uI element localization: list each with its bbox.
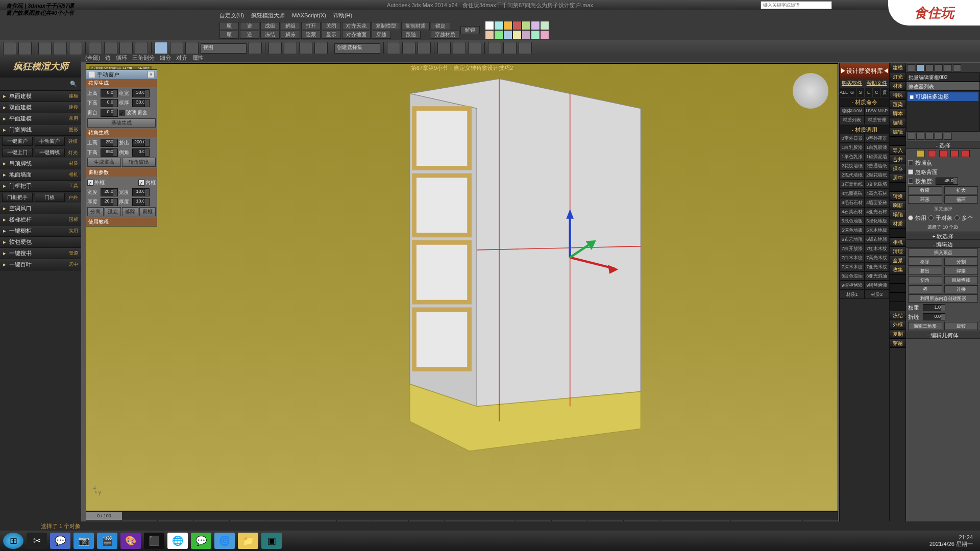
color-swatch[interactable] — [522, 21, 531, 30]
plugin-search[interactable]: 🔍 — [0, 78, 81, 91]
vertex-icon[interactable] — [917, 150, 925, 157]
btn-basic-gen[interactable]: 基础生成 — [87, 118, 156, 128]
spin-it[interactable]: 10.0 — [132, 198, 150, 206]
link-help[interactable]: 帮助文件 — [865, 79, 890, 88]
spin-frame-t[interactable]: 30.0 — [132, 99, 150, 107]
material-btn[interactable]: 8白色混油 — [840, 271, 865, 281]
ribbon-tab-edge[interactable]: 边 — [105, 54, 111, 62]
time-slider[interactable]: 0 / 100 — [86, 511, 838, 520]
category-btn[interactable]: 材质 — [890, 82, 905, 91]
sidebar-btn[interactable]: 门板 — [35, 193, 65, 202]
section-tutorial[interactable]: 使用教程 — [86, 218, 157, 226]
radio-multi[interactable] — [954, 215, 960, 220]
category-btn[interactable]: 相机 — [890, 238, 905, 247]
rollout-soft[interactable]: + 软选择 — [906, 232, 980, 240]
material-btn[interactable]: 0室外日景 — [840, 134, 865, 143]
mat-cmd-btn[interactable]: 材质管理 — [865, 115, 890, 124]
btn-hide[interactable]: 隐藏 — [301, 31, 321, 39]
category-btn[interactable]: 收集 — [890, 265, 905, 274]
sidebar-item[interactable]: ▸一键百叶居中 — [0, 259, 81, 270]
material-btn[interactable]: 0室外夜景 — [865, 134, 890, 143]
material-btn[interactable]: 8亚光混油 — [865, 271, 890, 281]
btn-insert-vertex[interactable]: 插入顶点 — [908, 248, 978, 257]
btn-lock[interactable]: 锁定 — [431, 22, 450, 30]
category-btn[interactable]: 导入 — [890, 146, 905, 155]
modifier-item[interactable]: ◼ 可编辑多边形 — [908, 92, 978, 101]
link-icon[interactable] — [38, 42, 52, 55]
category-btn[interactable]: 穿越 — [890, 339, 905, 348]
btn-unlock[interactable]: 解锁 — [460, 26, 480, 34]
btn-detach[interactable]: 分离 — [87, 207, 104, 216]
chk-by-vertex[interactable] — [908, 160, 913, 165]
btn-edit-tri[interactable]: 编辑三角形 — [908, 322, 942, 330]
btn-cw[interactable]: 顺 — [219, 22, 239, 30]
color-swatch[interactable] — [494, 30, 503, 39]
mat-cmd-btn[interactable]: UVW MAP — [865, 106, 890, 115]
btn-extrude[interactable]: 挤出 — [908, 267, 942, 275]
taskbar-app-6[interactable]: ⬛ — [144, 533, 164, 549]
panel-titlebar[interactable]: ⬜ 手动窗户 × — [86, 70, 157, 79]
modify-tab-icon[interactable] — [916, 64, 924, 71]
btn-remove-e[interactable]: 移除 — [908, 258, 942, 266]
color-swatch[interactable] — [522, 30, 531, 39]
material-btn[interactable]: 1白乳胶漆 — [865, 143, 890, 152]
btn-weld[interactable]: 焊接 — [944, 267, 978, 275]
btn-split[interactable]: 分割 — [944, 258, 978, 266]
material-btn[interactable]: 7红木木纹 — [865, 244, 890, 253]
color-swatch[interactable] — [494, 21, 503, 30]
taskbar-app-4[interactable]: 🎬 — [97, 533, 117, 549]
chk-ignore-back[interactable]: ✓ — [908, 169, 913, 174]
btn-open[interactable]: 打开 — [301, 22, 321, 30]
sec-mat-cmd[interactable]: - 材质命令 — [840, 97, 889, 106]
btn-ungroup[interactable]: 解组 — [281, 22, 300, 30]
ribbon-tab-tri[interactable]: 三角剖分 — [132, 54, 155, 62]
taskbar-explorer[interactable]: 📁 — [238, 533, 258, 549]
rollout-selection[interactable]: - 选择 — [906, 141, 980, 149]
category-btn[interactable]: 灯光 — [890, 72, 905, 82]
btn-align-ceil[interactable]: 对齐天花 — [342, 22, 371, 30]
sidebar-item[interactable]: ▸吊顶脚线材质 — [0, 158, 81, 169]
material-btn[interactable]: 5深色地板 — [840, 226, 865, 235]
btn-grow[interactable]: 扩大 — [944, 186, 978, 194]
taskbar-app-1[interactable]: ✂ — [27, 533, 47, 549]
category-btn[interactable]: 全景 — [890, 256, 905, 265]
redo-icon[interactable] — [18, 42, 32, 55]
filter-tab[interactable]: S — [856, 88, 865, 97]
color-swatch[interactable] — [531, 21, 540, 30]
rollout-edit-edge[interactable]: - 编辑边 — [906, 240, 980, 248]
section-corner[interactable]: 转角生成 — [86, 129, 157, 137]
btn-target-weld[interactable]: 目标焊接 — [944, 276, 978, 284]
filter-tab[interactable]: L — [865, 88, 873, 97]
sidebar-btn[interactable]: 一键脚线 — [35, 148, 65, 157]
material-btn[interactable]: 3文化砖墙 — [865, 180, 890, 189]
category-btn[interactable]: 保存 — [890, 164, 905, 173]
category-btn[interactable]: 建模 — [890, 63, 905, 72]
viewport-perspective[interactable]: [+][透视][明暗处理 + 边面] 第67章第9小节：自定义转角窗设计技巧2 … — [86, 63, 838, 511]
sidebar-item[interactable]: ▸单面建模建模 — [0, 91, 81, 102]
btn-bridge[interactable]: 桥 — [908, 285, 942, 293]
material-btn[interactable]: 3石膏角线 — [840, 180, 865, 189]
undo-icon[interactable] — [3, 42, 16, 55]
edge-icon[interactable] — [928, 150, 936, 157]
category-btn[interactable]: 编辑 — [890, 118, 905, 128]
sidebar-item[interactable]: ▸软包硬包 — [0, 237, 81, 248]
spin-top-h[interactable]: 0.0 — [101, 89, 118, 97]
ribbon-tab-all[interactable]: (全部) — [85, 54, 100, 62]
ribbon-tab-loop[interactable]: 循环 — [116, 54, 127, 62]
sidebar-item[interactable]: ▸一键橱柜实用 — [0, 226, 81, 237]
spin-bot-h[interactable]: 0.0 — [101, 99, 118, 107]
color-swatch[interactable] — [485, 21, 494, 30]
material-btn[interactable]: 1白乳胶漆 — [840, 143, 865, 152]
btn-gen-height[interactable]: 生成窗高 — [87, 158, 121, 167]
btn-remove[interactable]: 移除 — [122, 207, 138, 216]
spin-crease[interactable]: 0.0 — [923, 313, 945, 320]
display-tab-icon[interactable] — [944, 64, 952, 71]
material-btn[interactable]: 4墙面瓷砖 — [865, 198, 890, 207]
btn-create-shape[interactable]: 利用所选内容创建图形 — [908, 294, 978, 303]
radio-subobj[interactable] — [928, 215, 934, 220]
btn-group[interactable]: 成组 — [260, 22, 280, 30]
color-swatch[interactable] — [485, 30, 494, 39]
motion-tab-icon[interactable] — [935, 64, 943, 71]
taskbar-3dsmax[interactable]: ▣ — [261, 533, 282, 549]
btn-frame[interactable]: 窗框 — [139, 207, 156, 216]
